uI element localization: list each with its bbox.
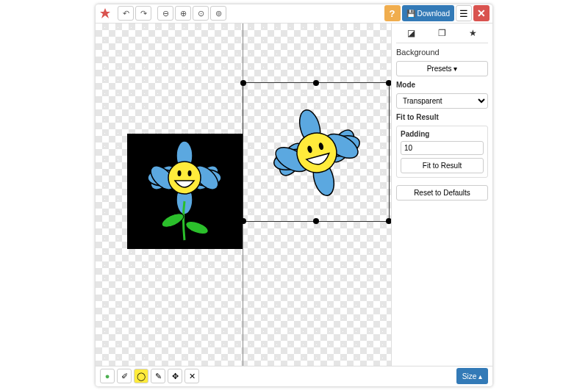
undo-button[interactable]: ↶ bbox=[118, 6, 134, 21]
top-toolbar: ↶ ↷ ⊖ ⊕ ⊙ ⊚ ? 💾 Download ☰ ✕ bbox=[96, 4, 492, 24]
size-button[interactable]: Size ▴ bbox=[456, 368, 488, 384]
presets-button[interactable]: Presets ▾ bbox=[396, 61, 488, 76]
svg-marker-0 bbox=[100, 8, 110, 18]
padding-label: Padding bbox=[401, 130, 484, 138]
svg-point-11 bbox=[188, 170, 192, 176]
tab-layers-icon[interactable]: ❐ bbox=[434, 26, 449, 40]
crop-handle-bl[interactable] bbox=[240, 218, 246, 224]
mode-label: Mode bbox=[396, 81, 488, 89]
reset-defaults-button[interactable]: Reset to Defaults bbox=[396, 185, 488, 201]
svg-point-12 bbox=[160, 210, 186, 229]
padding-input[interactable] bbox=[401, 141, 484, 155]
main-body: ◪ ❐ ★ Background Presets ▾ Mode Transpar… bbox=[96, 24, 492, 366]
crop-handle-tr[interactable] bbox=[386, 80, 391, 86]
menu-button[interactable]: ☰ bbox=[456, 5, 472, 21]
erase-tool-button[interactable]: ✐ bbox=[117, 369, 132, 383]
svg-point-13 bbox=[184, 218, 210, 236]
download-label: Download bbox=[417, 10, 450, 18]
zoom-in-button[interactable]: ⊕ bbox=[175, 6, 191, 21]
move-tool-button[interactable]: ✥ bbox=[168, 369, 182, 383]
mode-select[interactable]: Transparent bbox=[396, 93, 488, 109]
fit-panel: Padding Fit to Result bbox=[396, 126, 488, 178]
zoom-out-button[interactable]: ⊖ bbox=[157, 6, 173, 21]
app-logo-icon bbox=[98, 7, 112, 20]
crop-handle-tm[interactable] bbox=[313, 80, 319, 86]
tab-background-icon[interactable]: ◪ bbox=[404, 26, 419, 40]
history-group: ↶ ↷ bbox=[118, 6, 151, 21]
save-icon: 💾 bbox=[406, 10, 415, 18]
brush-tool-button[interactable]: ✎ bbox=[151, 369, 165, 383]
sidebar-tabs: ◪ ❐ ★ bbox=[396, 26, 488, 43]
zoom-actual-button[interactable]: ⊚ bbox=[210, 6, 226, 21]
redo-button[interactable]: ↷ bbox=[135, 6, 151, 21]
tab-favorite-icon[interactable]: ★ bbox=[465, 26, 480, 40]
original-image bbox=[127, 134, 243, 249]
section-title: Background bbox=[396, 48, 488, 57]
fit-title: Fit to Result bbox=[396, 113, 488, 121]
crop-handle-tl[interactable] bbox=[240, 80, 246, 86]
zoom-group: ⊖ ⊕ ⊙ ⊚ bbox=[157, 6, 226, 21]
highlight-tool-button[interactable]: ◯ bbox=[134, 369, 148, 383]
properties-sidebar: ◪ ❐ ★ Background Presets ▾ Mode Transpar… bbox=[391, 24, 492, 366]
crop-handle-bm[interactable] bbox=[313, 218, 319, 224]
zoom-fit-button[interactable]: ⊙ bbox=[193, 6, 209, 21]
help-button[interactable]: ? bbox=[384, 5, 401, 21]
svg-point-10 bbox=[178, 170, 182, 176]
canvas-area[interactable] bbox=[96, 24, 391, 366]
fit-to-result-button[interactable]: Fit to Result bbox=[401, 158, 484, 173]
svg-point-9 bbox=[168, 162, 201, 194]
crop-handle-br[interactable] bbox=[386, 218, 391, 224]
bottom-toolbar: ● ✐ ◯ ✎ ✥ ✕ Size ▴ bbox=[96, 366, 492, 386]
crop-selection[interactable] bbox=[243, 82, 390, 222]
add-tool-button[interactable]: ● bbox=[100, 369, 115, 383]
download-button[interactable]: 💾 Download bbox=[402, 5, 454, 21]
close-button[interactable]: ✕ bbox=[473, 5, 490, 21]
remove-tool-button[interactable]: ✕ bbox=[184, 369, 199, 383]
app-window: ↶ ↷ ⊖ ⊕ ⊙ ⊚ ? 💾 Download ☰ ✕ bbox=[96, 4, 492, 386]
